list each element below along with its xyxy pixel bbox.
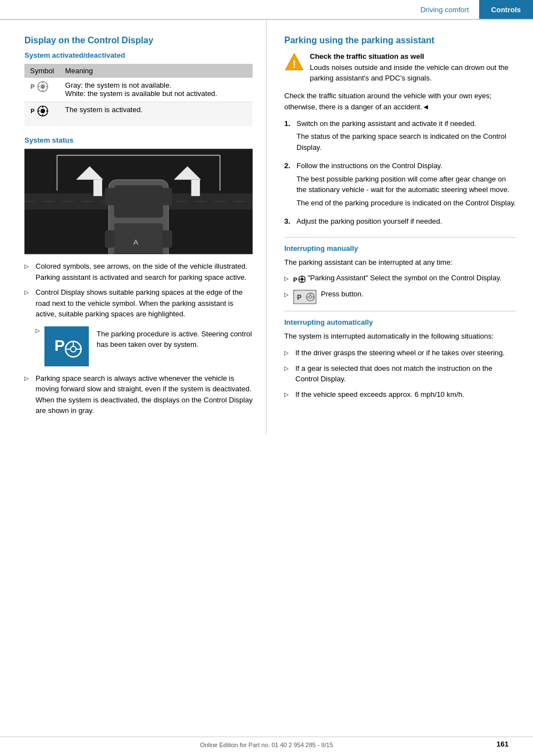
button-icon-svg: P [294,290,316,304]
svg-point-2 [41,84,45,89]
num-label-3: 3. [284,216,296,229]
num-content-3: Adjust the parking position yourself if … [296,216,442,229]
left-bullet-list: Colored symbols, see arrows, on the side… [24,261,253,320]
symbol-table: Symbol Meaning P [24,64,253,126]
parking-icon: P [44,326,89,366]
svg-text:P: P [31,108,34,114]
svg-text:!: ! [293,59,296,70]
right-column: Parking using the parking assistant ! Ch… [266,20,533,434]
svg-point-43 [301,278,304,280]
svg-text:P: P [31,83,34,90]
car-status-svg: A [24,149,253,254]
page-header: Driving comfort Controls [0,0,533,20]
svg-text:A: A [133,238,139,246]
subsection2-title: System status [24,136,253,144]
interrupting-auto-title: Interrupting automatically [284,318,516,326]
manual-bullet-1: P "Parking Assistant" Select the symbol … [284,274,516,285]
num-label-1: 1. [284,118,296,155]
left-bullet-list-2: Parking space search is always active wh… [24,373,253,416]
auto-bullet-1: If the driver grasps the steering wheel … [284,347,516,359]
num-content-2: Follow the instructions on the Control D… [296,160,516,210]
symbol-icon-gray: P [30,81,49,97]
table-cell-symbol2: P [24,102,59,127]
svg-text:P: P [293,276,297,283]
bullet-item-1: Colored symbols, see arrows, on the side… [24,261,253,283]
auto-bullet-3: If the vehicle speed exceeds approx. 6 m… [284,389,516,400]
table-cell-meaning2: The system is activated. [59,102,253,127]
main-content: Display on the Control Display System ac… [0,20,533,434]
right-section-title: Parking using the parking assistant [284,36,516,46]
table-row: P Gray: the system is not available. Whi… [24,78,253,102]
divider-1 [284,237,516,238]
interrupting-manually-title: Interrupting manually [284,244,516,253]
check-traffic-text: Check the traffic situation around the v… [284,90,516,113]
parking-icon-svg: P [50,330,83,363]
table-header-symbol: Symbol [24,64,59,78]
parking-symbol-icon: P [293,274,305,285]
header-driving-comfort: Driving comfort [410,0,479,19]
press-button-icon: P [293,290,316,304]
warning-text: Check the traffic situation as well Loud… [310,51,516,84]
left-column: Display on the Control Display System ac… [0,20,266,434]
bullet-item-2: Control Display shows suitable parking s… [24,287,253,320]
warning-box: ! Check the traffic situation as well Lo… [284,51,516,84]
svg-rect-23 [163,230,173,248]
svg-rect-18 [114,185,163,218]
footer-text: Online Edition for Part no. 01 40 2 954 … [200,742,333,748]
header-controls: Controls [479,0,533,19]
subsection1-title: System activated/deactivated [24,51,253,59]
page-number: 161 [496,740,509,748]
manual-bullet-2-text: Press button. [321,290,364,298]
numbered-item-1: 1. Switch on the parking assistant and a… [284,118,516,155]
numbered-item-2: 2. Follow the instructions on the Contro… [284,160,516,210]
svg-rect-20 [105,188,115,205]
table-cell-symbol1: P [24,78,59,102]
auto-bullet-2: If a gear is selected that does not matc… [284,363,516,385]
system-status-image: A [24,149,253,254]
symbol-icon-active: P [30,105,49,121]
svg-rect-22 [105,230,115,248]
parking-proc-text: The parking procedure is active. Steerin… [97,326,253,350]
auto-bullet-list: If the driver grasps the steering wheel … [284,347,516,400]
svg-text:P: P [297,294,301,301]
interrupting-manually-text: The parking assistant can be interrupted… [284,257,516,268]
table-cell-meaning1: Gray: the system is not available. White… [59,78,253,102]
manual-bullet-1-text: "Parking Assistant" Select the symbol on… [308,274,501,282]
interrupting-auto-text: The system is interrupted automatically … [284,331,516,342]
warning-triangle-icon: ! [284,52,304,72]
svg-rect-27 [191,180,200,196]
divider-2 [284,311,516,311]
num-label-2: 2. [284,160,296,210]
footer: Online Edition for Part no. 01 40 2 954 … [0,737,533,748]
svg-rect-19 [114,223,163,254]
svg-text:P: P [54,337,65,354]
num-content-1: Switch on the parking assistant and acti… [296,118,516,155]
svg-rect-25 [93,180,102,196]
bullet-item-3: Parking space search is always active wh… [24,373,253,416]
svg-rect-21 [163,188,173,205]
table-header-meaning: Meaning [59,64,253,78]
left-section-title: Display on the Control Display [24,36,253,46]
numbered-list: 1. Switch on the parking assistant and a… [284,118,516,229]
table-row: P The system is activated. [24,102,253,127]
svg-point-9 [41,109,45,113]
manual-bullet-2: P Press button. [284,290,516,304]
numbered-item-3: 3. Adjust the parking position yourself … [284,216,516,229]
parking-procedure-row: P The parking procedure is active. Steer… [24,326,253,366]
